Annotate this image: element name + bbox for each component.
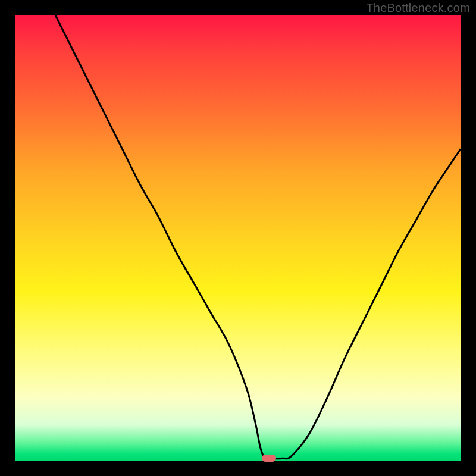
plot-area — [15, 15, 461, 461]
curve-path — [55, 15, 461, 459]
chart-frame: TheBottleneck.com — [0, 0, 476, 476]
optimum-marker — [262, 455, 276, 462]
bottleneck-curve — [15, 15, 461, 461]
watermark-text: TheBottleneck.com — [366, 1, 470, 15]
